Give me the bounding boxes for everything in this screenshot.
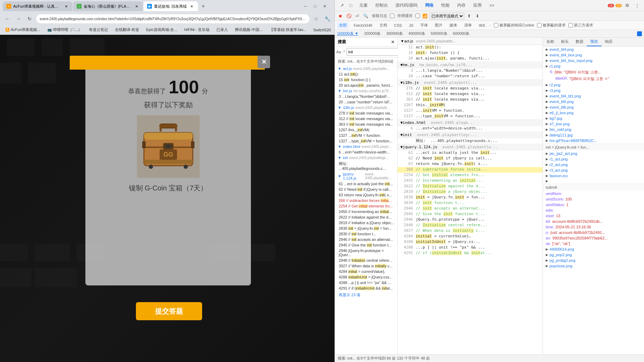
result-file-jquery[interactable]: ▼ jquery-1.124.js event-2405.playbattle.… xyxy=(335,171,397,181)
code-line-jq-61[interactable]: 61 ...ect is actually just the init... xyxy=(398,150,543,156)
result-line-11[interactable]: 11 act.init(): xyxy=(335,71,397,77)
more-tools-icon[interactable]: ⋮ xyxy=(633,1,641,10)
preview-item-event-tit4[interactable]: ▶ event_tit4.png xyxy=(543,47,644,52)
rp-tab-response[interactable]: 响应 xyxy=(601,38,616,46)
aa-option[interactable]: Aa xyxy=(336,50,341,54)
maximize-btn[interactable]: □ xyxy=(311,2,319,10)
third-party-checkbox[interactable] xyxy=(568,23,573,27)
filter-css[interactable]: CSS xyxy=(392,23,404,28)
result-i18n-278[interactable]: 278 // init locale messages via... xyxy=(335,110,397,116)
record-btn[interactable]: ⏺ xyxy=(337,13,344,19)
preview-item-r3-act[interactable]: ▶ favicon.ico xyxy=(543,173,644,179)
code-line-11[interactable]: 11 act.init(): xyxy=(398,45,543,50)
tab-close-2[interactable]: ✕ xyxy=(134,3,139,9)
show-more-results[interactable]: 再显示 23 项 xyxy=(335,291,397,299)
result-jq-61[interactable]: 61 ...ect is actually just the init... xyxy=(335,181,397,187)
preview-item-event-tit5[interactable]: ▶ event_tit5.png xyxy=(543,99,644,104)
tab-close-3[interactable]: ✕ xyxy=(189,3,194,9)
code-line-jq-2945[interactable]: 2945 // Give the init function t... xyxy=(398,212,543,217)
code-line-index-6[interactable]: 6 ...ent="width=device-width... xyxy=(398,126,543,132)
code-line-jq-62[interactable]: 62 // Need init if jQuery is call... xyxy=(398,156,543,162)
result-i18n-312[interactable]: 312 // init locale messages via... xyxy=(335,116,397,121)
result-jq-2946a[interactable]: 2946 // init accepts an alternat... xyxy=(335,237,397,242)
code-line-jq-4291[interactable]: 4291 // if (initialInUnit && inital... xyxy=(398,251,543,256)
filter-ws[interactable]: WS xyxy=(477,23,487,28)
result-jq-2819[interactable]: 2819 // Initialize a jQuery objec... xyxy=(335,220,397,226)
submit-button[interactable]: 提交答题 xyxy=(136,302,202,320)
result-line-15[interactable]: 15 init: function () { xyxy=(335,77,397,82)
code-line-hm-3[interactable]: 3 ...t.lang(a,"Number")&&isF... xyxy=(398,68,543,74)
code-line-20[interactable]: 20 act.ajax(init, params, functi... xyxy=(398,56,543,62)
dt-tab-more[interactable]: >> xyxy=(486,2,498,9)
search-panel-close[interactable]: ✕ xyxy=(391,40,394,45)
new-tab-button[interactable]: + xyxy=(199,2,208,11)
bookmark-translate[interactable]: 在线翻译-有道 xyxy=(112,26,142,34)
result-jq-2948[interactable]: 2948 // Initialize central refere... xyxy=(335,258,397,263)
filter-fetch[interactable]: Fetch/XHR xyxy=(352,23,375,28)
result-jq-4291[interactable]: 4291 // if (initialInUnit && inital... xyxy=(335,285,397,291)
result-jq-63[interactable]: 63 return new jQuery.fn.init( s... xyxy=(335,192,397,198)
blocked-req-checkbox[interactable] xyxy=(537,23,542,27)
dt-tab-performance[interactable]: 性能 xyxy=(438,1,453,10)
modal-close-button[interactable]: ✕ xyxy=(258,56,270,68)
preview-item-event-tit4-box[interactable]: ▶ event_tit4_box.png xyxy=(543,52,644,58)
bookmark-youdao[interactable]: 有道云笔记 xyxy=(86,26,111,34)
preview-item-44000014[interactable]: ▶ 44000014.png xyxy=(543,246,644,252)
code-line-i18n-1267[interactable]: 1267 this._initVM( xyxy=(398,103,543,108)
preview-item-e7-box[interactable]: ▶ e7_box.png xyxy=(543,121,644,127)
preview-item-event-tit4-box-input[interactable]: ▶ event_tit4_box_input.png xyxy=(543,58,644,63)
filter-img[interactable]: 图片 xyxy=(433,22,445,29)
preview-item-event-tit4-tit1[interactable]: ▶ event_tit4_tit1.png xyxy=(543,93,644,99)
result-file-init[interactable]: ▼ init event-2405.playbattlegr... xyxy=(335,155,397,160)
url-box[interactable]: event-2405.playbattlegrounds.com.cn/inde… xyxy=(36,14,309,23)
settings-icon[interactable]: ⚙ xyxy=(623,1,631,10)
search-input-field[interactable] xyxy=(346,48,398,56)
throttle-icon[interactable]: 📶 xyxy=(421,13,428,19)
code-line-init-url[interactable]: 网址: ...405.playbattlegrounds.c... xyxy=(398,138,543,144)
throttle-select[interactable]: 已停用节流模式 xyxy=(430,13,464,19)
result-jq-2946b[interactable]: 2946 jQuery.fn.prototype = jQuer... xyxy=(335,248,397,258)
clear-btn[interactable]: 🚫 xyxy=(345,13,352,19)
browser-tab-2[interactable]: ♪ 金海心《那么骄傲》[FLAC... ✕ xyxy=(73,1,143,11)
result-jq-3927[interactable]: 3927 // When data is initially c... xyxy=(335,263,397,269)
code-line-jq-2254[interactable]: 2254 // Get initial elements fro... xyxy=(398,173,543,178)
dt-tab-network[interactable]: 网络 xyxy=(422,1,437,10)
filter-doc[interactable]: 文档 xyxy=(377,22,389,29)
result-i18n-1327b[interactable]: 1327 ...type_initVM = function... xyxy=(335,138,397,144)
result-jq-2455[interactable]: 2455 // Incrementing an initial... xyxy=(335,209,397,214)
dt-tab-memory[interactable]: 内存 xyxy=(454,1,469,10)
preview-item-pic-jia2[interactable]: ▶ r1_act.png xyxy=(543,156,644,162)
code-line-jq-2946a[interactable]: 2946 // init accepts an alternat... xyxy=(398,206,543,212)
preview-item-r2-act[interactable]: ▶ r3_act.png xyxy=(543,167,644,173)
bookmark-hifini[interactable]: HiFiNi - 音乐场 xyxy=(182,26,213,34)
code-line-jq-2946b[interactable]: 2946 jQuery.fn.prototype = jQuer... xyxy=(398,217,543,223)
back-btn[interactable]: ← xyxy=(3,14,12,23)
search-btn[interactable]: 🔍 xyxy=(362,13,369,19)
filter-media[interactable]: 媒体 xyxy=(447,22,459,29)
bookmark-recorded[interactable]: 已录入 xyxy=(214,26,231,34)
dt-tab-console[interactable]: 控制台 xyxy=(372,1,391,10)
minimize-btn[interactable]: ─ xyxy=(301,2,309,10)
refresh-btn[interactable]: ↻ xyxy=(25,14,34,23)
result-file-i18n[interactable]: ▼ i18n.js event-2405.playbattl... xyxy=(335,105,397,110)
regex-option[interactable]: .* xyxy=(342,50,345,54)
result-i18n-1327a[interactable]: 1327 ...initVM = function. xyxy=(335,133,397,138)
filter-js[interactable]: JS xyxy=(407,23,415,28)
dt-tab-application[interactable]: 应用 xyxy=(470,1,485,10)
code-line-i18n-278[interactable]: 278 // init locale messages via... xyxy=(398,86,543,92)
code-line-jq-2622[interactable]: 2622 // Initialize against the d... xyxy=(398,184,543,189)
preview-item-r1-act[interactable]: ▶ r2_act.png xyxy=(543,162,644,167)
preserve-log-checkbox[interactable] xyxy=(390,14,394,18)
bookmark-epic[interactable]: Epic游戏商城-全... xyxy=(143,26,180,34)
import-btn[interactable]: ⬆ xyxy=(466,13,473,19)
preview-item-bg7[interactable]: ▶ bg7.jpg xyxy=(543,116,644,121)
result-line-20[interactable]: 20 act.ajax(init , params, funct... xyxy=(335,82,397,88)
preview-item-pg-probg2[interactable]: ▶ pg_probg2.png xyxy=(543,258,644,263)
code-line-i18n-1327b[interactable]: 1327 ...type_initVM = function... xyxy=(398,114,543,119)
result-file-hmjs[interactable]: ▼ hm.js hm.baidu.com/hm.js?0... xyxy=(335,88,397,94)
code-line-jq-2455[interactable]: 2455 // Incrementing an initial... xyxy=(398,178,543,184)
browser-tab-3[interactable]: ▶ 量还故地: 旧友再续 ✕ xyxy=(144,1,198,11)
result-init-url[interactable]: 网址: ...405.playbattlegrounds.c... xyxy=(335,160,397,171)
preview-item-event-tit6[interactable]: ▶ event_tit6.png xyxy=(543,104,644,110)
preview-item-r2[interactable]: ▶ r2.png xyxy=(543,82,644,88)
